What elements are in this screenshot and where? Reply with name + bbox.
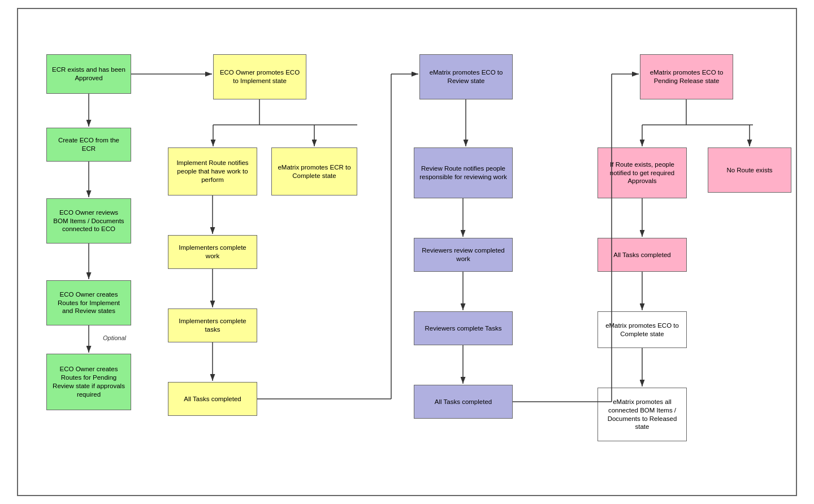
box-eco-promote-implement: ECO Owner promotes ECO to Implement stat…: [213, 54, 306, 99]
box-no-route-exists: No Route exists: [708, 147, 791, 193]
box-all-tasks-yellow: All Tasks completed: [168, 382, 257, 416]
box-ematrix-promotes-ecr: eMatrix promotes ECR to Complete state: [271, 147, 357, 195]
diagram-container: ECR exists and has been Approved Create …: [17, 8, 797, 496]
box-reviewers-complete-tasks: Reviewers complete Tasks: [414, 311, 513, 345]
flowchart: ECR exists and has been Approved Create …: [29, 20, 785, 484]
box-implementers-complete-tasks: Implementers complete tasks: [168, 309, 257, 342]
box-create-eco: Create ECO from the ECR: [46, 128, 131, 162]
box-all-tasks-lavender: All Tasks completed: [414, 385, 513, 419]
box-if-route-exists: If Route exists, people notified to get …: [597, 147, 687, 198]
box-reviewers-review: Reviewers review completed work: [414, 238, 513, 272]
box-all-tasks-pink: All Tasks completed: [597, 238, 687, 272]
box-implement-route-notifies: Implement Route notifies people that hav…: [168, 147, 257, 195]
box-ematrix-complete: eMatrix promotes ECO to Complete state: [597, 311, 687, 348]
box-ecr-exists: ECR exists and has been Approved: [46, 54, 131, 94]
box-routes-pending: ECO Owner creates Routes for Pending Rev…: [46, 354, 131, 410]
box-ematrix-review: eMatrix promotes ECO to Review state: [419, 54, 513, 99]
optional-label: Optional: [103, 334, 126, 341]
box-ematrix-released: eMatrix promotes all connected BOM Items…: [597, 388, 687, 441]
box-ematrix-pending-release: eMatrix promotes ECO to Pending Release …: [640, 54, 733, 99]
box-implementers-complete-work: Implementers complete work: [168, 235, 257, 269]
box-eco-reviews-bom: ECO Owner reviews BOM Items / Documents …: [46, 198, 131, 244]
box-review-route-notifies: Review Route notifies people responsible…: [414, 147, 513, 198]
box-creates-routes: ECO Owner creates Routes for Implement a…: [46, 280, 131, 325]
